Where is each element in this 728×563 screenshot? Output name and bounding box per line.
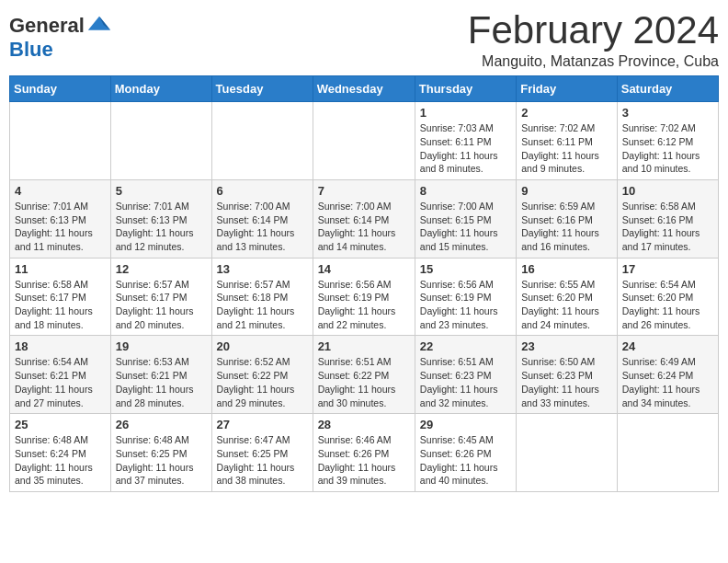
day-info: Sunrise: 6:54 AM Sunset: 6:21 PM Dayligh…: [15, 355, 106, 409]
calendar-title: February 2024: [468, 9, 719, 52]
week-row-0: 1Sunrise: 7:03 AM Sunset: 6:11 PM Daylig…: [10, 102, 719, 180]
day-info: Sunrise: 6:54 AM Sunset: 6:20 PM Dayligh…: [622, 278, 713, 332]
day-info: Sunrise: 6:48 AM Sunset: 6:24 PM Dayligh…: [15, 433, 106, 488]
calendar-cell: 19Sunrise: 6:53 AM Sunset: 6:21 PM Dayli…: [110, 336, 211, 414]
day-number: 14: [318, 262, 410, 276]
day-info: Sunrise: 6:50 AM Sunset: 6:23 PM Dayligh…: [521, 355, 612, 409]
day-header-saturday: Saturday: [617, 76, 718, 102]
day-number: 26: [116, 418, 207, 431]
calendar-cell: [313, 102, 415, 180]
day-number: 1: [420, 106, 511, 120]
day-header-thursday: Thursday: [415, 76, 516, 102]
day-info: Sunrise: 6:48 AM Sunset: 6:25 PM Dayligh…: [116, 433, 207, 488]
day-info: Sunrise: 6:45 AM Sunset: 6:26 PM Dayligh…: [420, 433, 511, 488]
calendar-cell: 16Sunrise: 6:55 AM Sunset: 6:20 PM Dayli…: [517, 258, 618, 336]
week-row-4: 25Sunrise: 6:48 AM Sunset: 6:24 PM Dayli…: [10, 414, 719, 492]
day-info: Sunrise: 6:57 AM Sunset: 6:18 PM Dayligh…: [217, 278, 308, 332]
day-info: Sunrise: 6:58 AM Sunset: 6:16 PM Dayligh…: [622, 200, 713, 254]
day-number: 21: [318, 339, 410, 353]
day-info: Sunrise: 7:00 AM Sunset: 6:15 PM Dayligh…: [420, 200, 511, 254]
calendar-cell: 18Sunrise: 6:54 AM Sunset: 6:21 PM Dayli…: [10, 336, 111, 414]
calendar-cell: [10, 102, 111, 180]
calendar-cell: 20Sunrise: 6:52 AM Sunset: 6:22 PM Dayli…: [211, 336, 313, 414]
day-info: Sunrise: 7:01 AM Sunset: 6:13 PM Dayligh…: [15, 200, 106, 254]
week-row-2: 11Sunrise: 6:58 AM Sunset: 6:17 PM Dayli…: [10, 258, 719, 336]
day-info: Sunrise: 7:02 AM Sunset: 6:11 PM Dayligh…: [521, 121, 612, 176]
day-number: 28: [318, 418, 410, 431]
calendar-cell: 9Sunrise: 6:59 AM Sunset: 6:16 PM Daylig…: [517, 179, 618, 258]
day-number: 19: [116, 339, 207, 353]
calendar-table: SundayMondayTuesdayWednesdayThursdayFrid…: [9, 75, 719, 492]
day-number: 17: [622, 262, 713, 276]
calendar-cell: 27Sunrise: 6:47 AM Sunset: 6:25 PM Dayli…: [211, 414, 313, 492]
calendar-cell: 21Sunrise: 6:51 AM Sunset: 6:22 PM Dayli…: [313, 336, 415, 414]
calendar-cell: 10Sunrise: 6:58 AM Sunset: 6:16 PM Dayli…: [617, 179, 718, 258]
logo-icon: [86, 13, 112, 39]
day-info: Sunrise: 7:02 AM Sunset: 6:12 PM Dayligh…: [622, 121, 713, 176]
day-info: Sunrise: 6:46 AM Sunset: 6:26 PM Dayligh…: [318, 433, 410, 488]
calendar-cell: 12Sunrise: 6:57 AM Sunset: 6:17 PM Dayli…: [110, 258, 211, 336]
day-number: 15: [420, 262, 511, 276]
day-number: 12: [116, 262, 207, 276]
calendar-cell: 3Sunrise: 7:02 AM Sunset: 6:12 PM Daylig…: [617, 102, 718, 180]
day-number: 11: [15, 262, 106, 276]
day-number: 6: [217, 184, 308, 198]
logo-blue: Blue: [9, 39, 112, 61]
calendar-cell: 23Sunrise: 6:50 AM Sunset: 6:23 PM Dayli…: [517, 336, 618, 414]
calendar-cell: 29Sunrise: 6:45 AM Sunset: 6:26 PM Dayli…: [415, 414, 516, 492]
calendar-cell: [110, 102, 211, 180]
day-info: Sunrise: 6:49 AM Sunset: 6:24 PM Dayligh…: [622, 355, 713, 409]
logo-general: General: [9, 15, 85, 37]
day-info: Sunrise: 6:51 AM Sunset: 6:22 PM Dayligh…: [318, 355, 410, 409]
day-number: 7: [318, 184, 410, 198]
calendar-cell: 17Sunrise: 6:54 AM Sunset: 6:20 PM Dayli…: [617, 258, 718, 336]
day-number: 20: [217, 339, 308, 353]
calendar-cell: 24Sunrise: 6:49 AM Sunset: 6:24 PM Dayli…: [617, 336, 718, 414]
calendar-cell: 22Sunrise: 6:51 AM Sunset: 6:23 PM Dayli…: [415, 336, 516, 414]
day-number: 5: [116, 184, 207, 198]
calendar-cell: 7Sunrise: 7:00 AM Sunset: 6:14 PM Daylig…: [313, 179, 415, 258]
calendar-cell: 26Sunrise: 6:48 AM Sunset: 6:25 PM Dayli…: [110, 414, 211, 492]
calendar-cell: 14Sunrise: 6:56 AM Sunset: 6:19 PM Dayli…: [313, 258, 415, 336]
day-info: Sunrise: 7:03 AM Sunset: 6:11 PM Dayligh…: [420, 121, 511, 176]
day-info: Sunrise: 6:55 AM Sunset: 6:20 PM Dayligh…: [521, 278, 612, 332]
day-info: Sunrise: 6:56 AM Sunset: 6:19 PM Dayligh…: [318, 278, 410, 332]
day-number: 18: [15, 339, 106, 353]
day-info: Sunrise: 7:00 AM Sunset: 6:14 PM Dayligh…: [217, 200, 308, 254]
calendar-cell: 13Sunrise: 6:57 AM Sunset: 6:18 PM Dayli…: [211, 258, 313, 336]
day-number: 27: [217, 418, 308, 431]
page-header: General Blue February 2024 Manguito, Mat…: [9, 9, 719, 70]
day-number: 22: [420, 339, 511, 353]
day-header-row: SundayMondayTuesdayWednesdayThursdayFrid…: [10, 76, 719, 102]
day-info: Sunrise: 7:01 AM Sunset: 6:13 PM Dayligh…: [116, 200, 207, 254]
calendar-cell: 15Sunrise: 6:56 AM Sunset: 6:19 PM Dayli…: [415, 258, 516, 336]
day-number: 9: [521, 184, 612, 198]
day-number: 2: [521, 106, 612, 120]
day-header-friday: Friday: [517, 76, 618, 102]
day-number: 16: [521, 262, 612, 276]
day-number: 8: [420, 184, 511, 198]
calendar-cell: 8Sunrise: 7:00 AM Sunset: 6:15 PM Daylig…: [415, 179, 516, 258]
calendar-cell: [211, 102, 313, 180]
day-number: 23: [521, 339, 612, 353]
day-info: Sunrise: 6:59 AM Sunset: 6:16 PM Dayligh…: [521, 200, 612, 254]
day-number: 24: [622, 339, 713, 353]
calendar-cell: 4Sunrise: 7:01 AM Sunset: 6:13 PM Daylig…: [10, 179, 111, 258]
day-number: 29: [420, 418, 511, 431]
day-info: Sunrise: 6:52 AM Sunset: 6:22 PM Dayligh…: [217, 355, 308, 409]
title-area: February 2024 Manguito, Matanzas Provinc…: [468, 9, 719, 70]
day-number: 13: [217, 262, 308, 276]
day-info: Sunrise: 6:53 AM Sunset: 6:21 PM Dayligh…: [116, 355, 207, 409]
calendar-cell: 5Sunrise: 7:01 AM Sunset: 6:13 PM Daylig…: [110, 179, 211, 258]
day-number: 10: [622, 184, 713, 198]
day-number: 3: [622, 106, 713, 120]
calendar-cell: 1Sunrise: 7:03 AM Sunset: 6:11 PM Daylig…: [415, 102, 516, 180]
day-number: 4: [15, 184, 106, 198]
calendar-cell: 28Sunrise: 6:46 AM Sunset: 6:26 PM Dayli…: [313, 414, 415, 492]
day-info: Sunrise: 6:58 AM Sunset: 6:17 PM Dayligh…: [15, 278, 106, 332]
calendar-cell: 11Sunrise: 6:58 AM Sunset: 6:17 PM Dayli…: [10, 258, 111, 336]
week-row-3: 18Sunrise: 6:54 AM Sunset: 6:21 PM Dayli…: [10, 336, 719, 414]
day-info: Sunrise: 7:00 AM Sunset: 6:14 PM Dayligh…: [318, 200, 410, 254]
calendar-subtitle: Manguito, Matanzas Province, Cuba: [468, 53, 719, 70]
day-header-wednesday: Wednesday: [313, 76, 415, 102]
